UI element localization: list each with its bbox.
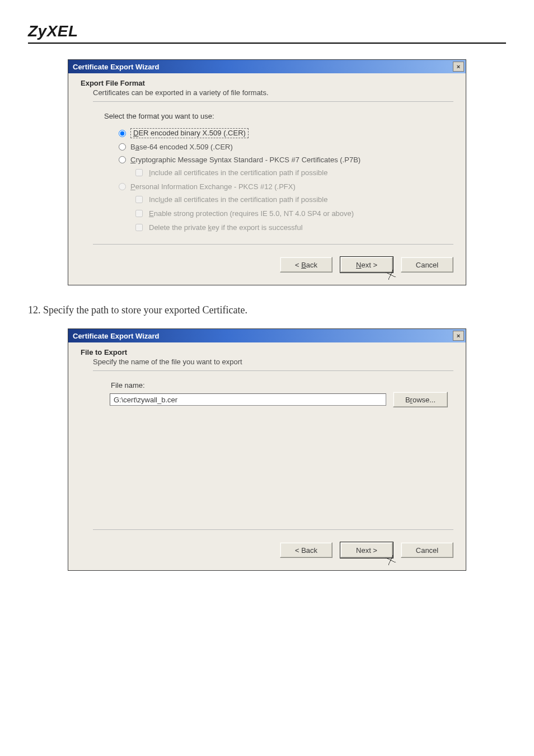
radio-p7b-input[interactable] <box>119 156 126 163</box>
section-heading: Export File Format <box>81 79 453 87</box>
radio-p7b[interactable]: Cryptographic Message Syntax Standard - … <box>119 156 448 164</box>
checkbox-pfx-include-post: de all certificates in the certification… <box>164 195 327 204</box>
checkbox-pfx-strong: Enable strong protection (requires IE 5.… <box>133 208 448 219</box>
next-button-hotkey: N <box>356 261 361 269</box>
checkbox-pfx-delkey-input <box>135 224 143 231</box>
file-name-label: File name: <box>111 381 448 389</box>
brand-rule <box>28 43 506 44</box>
close-button[interactable]: × <box>453 62 464 72</box>
radio-base64-label-pre: B <box>130 143 135 151</box>
browse-button-post: owse... <box>413 396 435 404</box>
checkbox-pfx-strong-post: nable strong protection (requires IE 5.0… <box>154 209 354 218</box>
dialog-title: Certificate Export Wizard <box>73 63 159 71</box>
checkbox-pfx-delkey: Delete the private key if the export is … <box>133 222 448 233</box>
checkbox-p7b-include: Include all certificates in the certific… <box>133 167 448 178</box>
next-button[interactable]: Next > <box>340 257 393 273</box>
checkbox-p7b-include-post: nclude all certificates in the certifica… <box>151 168 328 177</box>
cancel-button[interactable]: Cancel <box>401 257 453 273</box>
titlebar: Certificate Export Wizard × <box>68 60 466 73</box>
close-button[interactable]: × <box>453 331 464 341</box>
next-button[interactable]: Next > <box>340 542 393 558</box>
back-button[interactable]: < Back <box>280 257 332 273</box>
separator <box>93 370 453 371</box>
separator <box>93 101 453 102</box>
checkbox-pfx-delkey-post: ey if the export is successful <box>212 223 303 232</box>
radio-base64-input[interactable] <box>119 143 126 151</box>
back-button-hotkey: B <box>301 261 306 269</box>
checkbox-pfx-strong-hotkey: E <box>149 209 154 218</box>
radio-base64-label-post: se-64 encoded X.509 (.CER) <box>139 143 233 151</box>
back-button-pre: < <box>295 261 301 269</box>
separator-bottom <box>93 529 453 530</box>
checkbox-pfx-strong-input <box>135 210 143 217</box>
dialog-title: Certificate Export Wizard <box>73 332 159 340</box>
section-subheading: Specify the name of the file you want to… <box>93 358 453 366</box>
back-button-post: ack <box>306 261 317 269</box>
radio-base64-hotkey: a <box>135 143 139 151</box>
browse-button-pre: B <box>405 396 410 404</box>
radio-pfx-label-post: ersonal Information Exchange - PKCS #12 … <box>135 182 296 191</box>
cancel-button[interactable]: Cancel <box>401 542 453 558</box>
section-heading: File to Export <box>81 348 453 356</box>
brand-logo: ZyXEL <box>28 22 506 40</box>
dialog-export-format: Certificate Export Wizard × Export File … <box>68 59 466 285</box>
dialog-file-to-export: Certificate Export Wizard × File to Expo… <box>68 328 466 571</box>
titlebar: Certificate Export Wizard × <box>68 329 466 342</box>
step-12-text: 12. Specify the path to store your expor… <box>28 304 506 316</box>
radio-der[interactable]: DER encoded binary X.509 (.CER) <box>119 128 448 138</box>
checkbox-pfx-include-pre: Incl <box>149 195 160 204</box>
format-prompt: Select the format you want to use: <box>104 112 448 120</box>
browse-button[interactable]: Browse... <box>393 392 448 407</box>
radio-der-hotkey: D <box>133 129 138 137</box>
section-subheading: Certificates can be exported in a variet… <box>93 88 453 97</box>
next-button-post: ext > <box>361 261 377 269</box>
back-button[interactable]: < Back <box>280 542 332 558</box>
radio-pfx: Personal Information Exchange - PKCS #12… <box>119 182 448 191</box>
radio-base64[interactable]: Base-64 encoded X.509 (.CER) <box>119 143 448 151</box>
radio-pfx-input <box>119 183 126 190</box>
radio-der-input[interactable] <box>119 130 126 137</box>
radio-p7b-hotkey: C <box>130 156 135 164</box>
file-name-input[interactable] <box>110 393 386 406</box>
checkbox-pfx-delkey-pre: Delete the private <box>149 223 208 232</box>
radio-pfx-hotkey: P <box>130 182 135 191</box>
checkbox-pfx-include: Include all certificates in the certific… <box>133 194 448 205</box>
separator-bottom <box>93 244 453 245</box>
checkbox-p7b-include-input <box>135 169 143 176</box>
radio-der-label-post: ER encoded binary X.509 (.CER) <box>138 129 245 137</box>
radio-p7b-label-post: ryptographic Message Syntax Standard - P… <box>135 156 360 164</box>
checkbox-pfx-include-input <box>135 196 143 203</box>
